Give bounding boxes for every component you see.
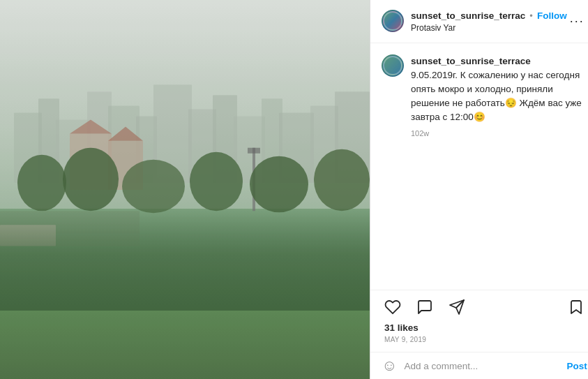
save-button[interactable] <box>565 296 587 318</box>
comment-input[interactable] <box>404 361 559 371</box>
post-comment-button[interactable]: Post <box>566 361 587 371</box>
bookmark-icon <box>568 299 585 315</box>
post-location: Protasiv Yar <box>411 23 567 33</box>
username-row: sunset_to_sunrise_terrac • Follow <box>411 10 567 22</box>
commenter-username[interactable]: sunset_to_sunrise_terrace <box>411 56 531 66</box>
post-header: sunset_to_sunrise_terrac • Follow Protas… <box>370 0 588 43</box>
post-image <box>0 0 370 379</box>
share-icon <box>448 299 465 315</box>
likes-count: 31 likes <box>382 322 587 333</box>
more-options-button[interactable]: ··· <box>567 15 587 27</box>
comment-content: sunset_to_sunrise_terrace 9.05.2019г. К … <box>411 54 587 138</box>
avatar[interactable] <box>382 10 404 32</box>
add-comment-row: ☺ Post <box>370 352 588 379</box>
action-icons <box>382 296 587 318</box>
comment-icon <box>416 299 433 315</box>
heart-icon <box>384 299 401 315</box>
comment-text: 9.05.2019г. К сожалению у нас сегодня оп… <box>411 68 587 125</box>
post-detail-panel: sunset_to_sunrise_terrac • Follow Protas… <box>370 0 588 379</box>
comment-time: 102w <box>411 129 587 138</box>
share-button[interactable] <box>446 296 468 318</box>
header-info: sunset_to_sunrise_terrac • Follow Protas… <box>411 10 567 33</box>
comments-section: sunset_to_sunrise_terrace 9.05.2019г. К … <box>370 43 588 290</box>
follow-button[interactable]: Follow <box>537 10 567 21</box>
dot-separator: • <box>529 10 533 21</box>
comment-item: sunset_to_sunrise_terrace 9.05.2019г. К … <box>382 54 587 138</box>
actions-bar: 31 likes MAY 9, 2019 <box>370 290 588 352</box>
header-username[interactable]: sunset_to_sunrise_terrac <box>411 10 525 22</box>
post-date: MAY 9, 2019 <box>382 336 587 343</box>
comment-button[interactable] <box>414 296 436 318</box>
emoji-button[interactable]: ☺ <box>382 358 397 373</box>
like-button[interactable] <box>382 296 404 318</box>
commenter-avatar[interactable] <box>382 54 404 77</box>
